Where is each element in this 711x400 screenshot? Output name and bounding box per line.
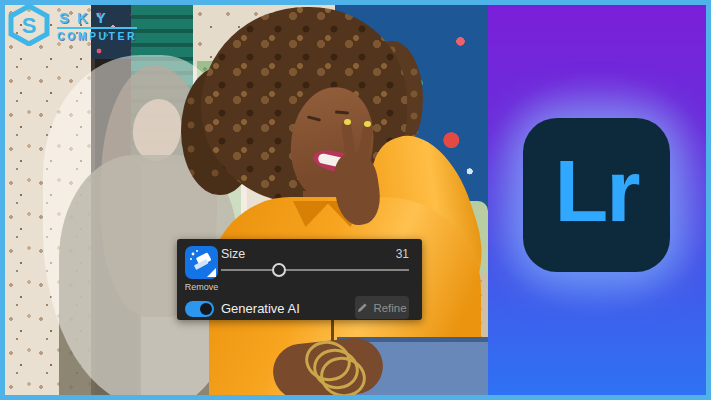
sky-computer-logo: S SKY COMPUTER [6,4,137,46]
lightroom-app-icon: Lr [523,118,670,272]
generative-ai-toggle-knob [200,303,212,315]
svg-text:S: S [22,13,37,38]
nail [344,119,351,125]
generative-ai-toggle[interactable] [185,301,214,317]
thumbnail-frame: Remove Size 31 Generative AI Refine Lr S [0,0,711,400]
remove-tool-panel: Remove Size 31 Generative AI Refine [177,239,422,320]
remove-tool-button[interactable] [185,246,218,279]
size-slider-knob[interactable] [272,263,286,277]
refine-button-label: Refine [373,302,406,314]
lightroom-icon-text: Lr [555,147,639,243]
photo-collage [5,5,488,395]
generative-ai-label: Generative AI [221,301,300,316]
pencil-icon [357,302,368,313]
eraser-ai-icon [185,246,218,279]
sky-logo-subname: COMPUTER [57,30,137,42]
sky-logo-text: SKY COMPUTER [57,9,137,42]
remove-tool-label: Remove [177,282,226,292]
size-value: 31 [396,247,409,261]
nail [364,121,371,127]
refine-button[interactable]: Refine [355,296,409,319]
sky-hexagon-icon: S [6,4,52,46]
size-slider[interactable] [221,263,409,277]
size-label: Size [221,247,245,261]
sky-logo-name: SKY [57,9,137,29]
size-slider-track[interactable] [221,269,409,271]
gradient-background: Lr [488,5,706,395]
